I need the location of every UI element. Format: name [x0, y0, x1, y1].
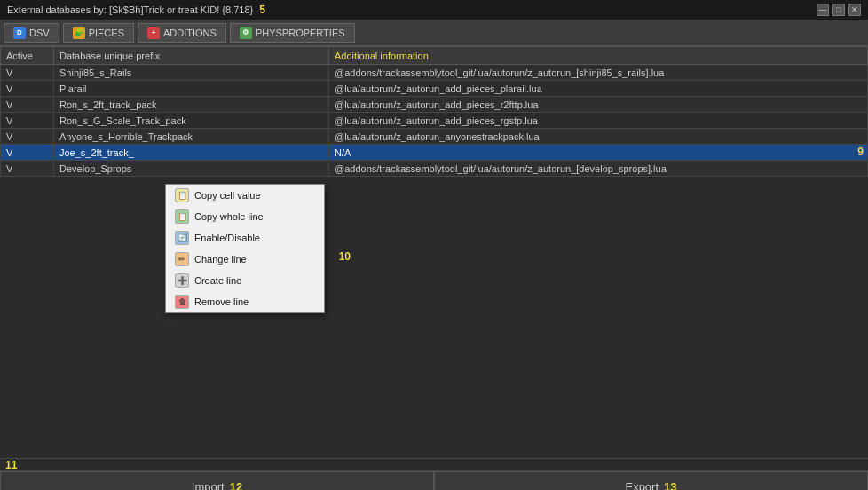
cell-active: V	[1, 129, 54, 145]
physprops-icon: ⚙	[240, 27, 252, 39]
tab-physprops-label: PHYSPROPERTIES	[256, 28, 345, 38]
table-row[interactable]: VJoe_s_2ft_track_N/A9	[1, 145, 868, 161]
import-button[interactable]: Import 12	[0, 471, 434, 490]
cell-active: V	[1, 81, 54, 97]
ctx-create-label: Create line	[194, 275, 241, 286]
status-bar: 11	[0, 458, 868, 470]
toolbar: D DSV 🧩 PIECES + ADDITIONS ⚙ PHYSPROPERT…	[0, 20, 868, 46]
cell-info: @lua/autorun/z_autorun_add_pieces_r2fttp…	[329, 97, 868, 113]
import-label: Import	[192, 480, 225, 490]
change-line-icon: ✏	[175, 252, 189, 266]
tab-additions[interactable]: + ADDITIONS	[138, 23, 226, 43]
table-row[interactable]: VRon_s_G_Scale_Track_pack@lua/autorun/z_…	[1, 113, 868, 129]
title-text: External databases by: [Sk$Bh]Trick or t…	[7, 4, 817, 16]
cell-info: @lua/autorun/z_autorun_add_pieces_plarai…	[329, 81, 868, 97]
cell-active: V	[1, 65, 54, 81]
ctx-change-label: Change line	[194, 254, 247, 265]
create-line-icon: ➕	[175, 273, 189, 288]
ctx-create-line[interactable]: ➕ Create line	[166, 270, 324, 291]
table-body: VShinji85_s_Rails@addons/trackassemblyto…	[1, 65, 868, 177]
cell-info: @lua/autorun/z_autorun_anyonestrackpack.…	[329, 129, 868, 145]
export-button[interactable]: Export 13	[434, 471, 868, 490]
pieces-icon: 🧩	[73, 27, 85, 39]
tab-pieces-label: PIECES	[89, 28, 124, 38]
remove-line-icon: 🗑	[175, 295, 189, 309]
cell-prefix: Anyone_s_Horrible_Trackpack	[54, 129, 329, 145]
enable-disable-icon: 🔄	[175, 231, 189, 245]
num10: 10	[339, 250, 351, 263]
export-num: 13	[664, 480, 676, 490]
close-button[interactable]: ✕	[848, 4, 861, 16]
tab-dsv-label: DSV	[29, 28, 50, 38]
tab-dsv[interactable]: D DSV	[4, 23, 59, 43]
ctx-enable-disable[interactable]: 🔄 Enable/Disable	[166, 227, 324, 249]
import-num: 12	[230, 480, 242, 490]
table-row[interactable]: VShinji85_s_Rails@addons/trackassemblyto…	[1, 65, 868, 81]
cell-info: @lua/autorun/z_autorun_add_pieces_rgstp.…	[329, 113, 868, 129]
cell-info: N/A9	[329, 145, 868, 161]
cell-active: V	[1, 145, 54, 161]
col-header-info: Additional information	[329, 47, 868, 65]
col-header-active: Active	[1, 47, 54, 65]
ctx-enable-label: Enable/Disable	[194, 233, 260, 243]
main-content: Active Database unique prefix Additional…	[0, 46, 868, 458]
col-header-prefix: Database unique prefix	[54, 47, 329, 65]
ctx-remove-line[interactable]: 🗑 Remove line	[166, 291, 324, 312]
table-container: Active Database unique prefix Additional…	[0, 46, 868, 458]
cell-prefix: Shinji85_s_Rails	[54, 65, 329, 81]
cell-prefix: Plarail	[54, 81, 329, 97]
copy-cell-icon: 📋	[175, 188, 189, 202]
restore-button[interactable]: □	[832, 4, 845, 16]
ctx-change-line[interactable]: ✏ Change line 10	[166, 249, 324, 270]
additions-icon: +	[147, 27, 160, 39]
title-bar: External databases by: [Sk$Bh]Trick or t…	[0, 0, 868, 20]
copy-line-icon: 📋	[175, 209, 189, 224]
ctx-copy-cell[interactable]: 📋 Copy cell value	[166, 185, 324, 206]
cell-prefix: Ron_s_G_Scale_Track_pack	[54, 113, 329, 129]
context-menu: 📋 Copy cell value 📋 Copy whole line 🔄 En…	[165, 184, 325, 313]
cell-info: @addons/trackassemblytool_git/lua/autoru…	[329, 65, 868, 81]
row-num-label: 9	[857, 146, 864, 158]
table-row[interactable]: VRon_s_2ft_track_pack@lua/autorun/z_auto…	[1, 97, 868, 113]
cell-active: V	[1, 113, 54, 129]
tab-physprops[interactable]: ⚙ PHYSPROPERTIES	[230, 23, 355, 43]
window-controls: — □ ✕	[817, 4, 861, 16]
cell-active: V	[1, 97, 54, 113]
num11: 11	[5, 459, 17, 471]
table-row[interactable]: VDevelop_Sprops@addons/trackassemblytool…	[1, 161, 868, 177]
dsv-icon: D	[13, 27, 26, 39]
tab-additions-label: ADDITIONS	[163, 28, 217, 38]
cell-info: @addons/trackassemblytool_git/lua/autoru…	[329, 161, 868, 177]
num5-label: 5	[259, 4, 265, 16]
tab-pieces[interactable]: 🧩 PIECES	[63, 23, 134, 43]
ctx-copy-cell-label: Copy cell value	[194, 190, 261, 201]
table-header-row: Active Database unique prefix Additional…	[1, 47, 868, 65]
cell-prefix: Joe_s_2ft_track_	[54, 145, 329, 161]
cell-active: V	[1, 161, 54, 177]
cell-prefix: Ron_s_2ft_track_pack	[54, 97, 329, 113]
table-row[interactable]: VPlarail@lua/autorun/z_autorun_add_piece…	[1, 81, 868, 97]
export-label: Export	[625, 480, 659, 490]
cell-prefix: Develop_Sprops	[54, 161, 329, 177]
ctx-copy-line[interactable]: 📋 Copy whole line	[166, 206, 324, 227]
ctx-remove-label: Remove line	[194, 296, 249, 307]
footer: Import 12 Export 13	[0, 470, 868, 490]
minimize-button[interactable]: —	[817, 4, 829, 16]
ctx-copy-line-label: Copy whole line	[194, 211, 264, 222]
database-table: Active Database unique prefix Additional…	[0, 46, 868, 177]
table-row[interactable]: VAnyone_s_Horrible_Trackpack@lua/autorun…	[1, 129, 868, 145]
